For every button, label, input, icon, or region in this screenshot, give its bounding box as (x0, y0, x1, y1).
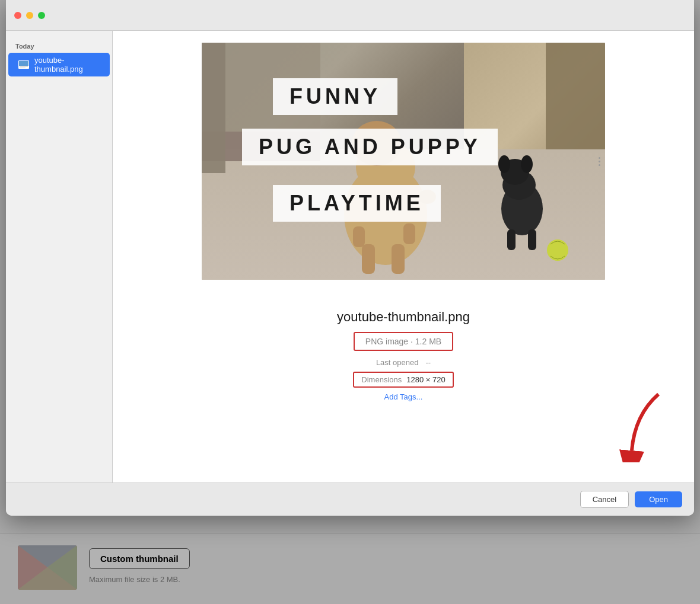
text-overlay-pug-puppy: PUG AND PUPPY (242, 129, 498, 165)
resize-handle[interactable] (597, 152, 602, 170)
resize-dot (599, 164, 600, 166)
file-icon (18, 60, 30, 69)
svg-rect-27 (202, 43, 225, 173)
dimensions-label: Dimensions (361, 375, 402, 384)
resize-dot (599, 161, 600, 162)
file-meta: Last opened -- Dimensions 1280 × 720 Add… (202, 358, 605, 401)
svg-point-24 (547, 239, 568, 261)
svg-point-21 (521, 155, 533, 173)
dialog-footer: Cancel Open (6, 482, 694, 516)
svg-rect-22 (507, 229, 516, 250)
file-picker-dialog: Today youtube-thumbnail.png (6, 0, 694, 516)
sidebar-item-youtube-thumbnail[interactable]: youtube-thumbnail.png (8, 53, 110, 76)
last-opened-label: Last opened (376, 358, 419, 367)
svg-rect-12 (362, 244, 375, 274)
dialog-body: Today youtube-thumbnail.png (6, 31, 694, 482)
file-type-badge: PNG image · 1.2 MB (354, 332, 453, 351)
dialog-toolbar (6, 0, 694, 31)
svg-rect-8 (20, 68, 26, 68)
text-overlay-playtime: PLAYTIME (273, 185, 441, 222)
add-tags-link[interactable]: Add Tags... (384, 392, 423, 401)
sidebar-item-label: youtube-thumbnail.png (34, 56, 100, 73)
image-preview: FUNNY PUG AND PUPPY PLAYTIME (202, 43, 605, 280)
sidebar: Today youtube-thumbnail.png (6, 31, 113, 482)
dialog-overlay: Today youtube-thumbnail.png (0, 0, 700, 604)
dimensions-value: 1280 × 720 (406, 375, 445, 384)
minimize-window-button[interactable] (26, 12, 33, 19)
file-info: youtube-thumbnail.png PNG image · 1.2 MB… (202, 298, 605, 401)
file-name: youtube-thumbnail.png (337, 309, 470, 325)
maximize-window-button[interactable] (38, 12, 45, 19)
dimensions-row: Dimensions 1280 × 720 (353, 372, 453, 388)
resize-dot (599, 157, 600, 159)
last-opened-row: Last opened -- (376, 358, 431, 367)
svg-rect-13 (392, 244, 405, 274)
svg-rect-23 (528, 229, 536, 250)
main-content: FUNNY PUG AND PUPPY PLAYTIME youtube-thu… (113, 31, 694, 482)
close-window-button[interactable] (14, 12, 21, 19)
dog-scene: FUNNY PUG AND PUPPY PLAYTIME (202, 43, 605, 280)
sidebar-section-label: Today (6, 40, 112, 52)
svg-rect-14 (353, 226, 365, 247)
svg-rect-6 (19, 61, 28, 66)
open-button[interactable]: Open (635, 491, 682, 507)
svg-point-20 (498, 155, 510, 173)
last-opened-value: -- (425, 358, 431, 367)
text-overlay-funny: FUNNY (273, 78, 397, 115)
svg-rect-7 (20, 66, 28, 67)
svg-rect-28 (546, 43, 605, 149)
cancel-button[interactable]: Cancel (580, 491, 629, 508)
svg-rect-15 (403, 223, 415, 244)
